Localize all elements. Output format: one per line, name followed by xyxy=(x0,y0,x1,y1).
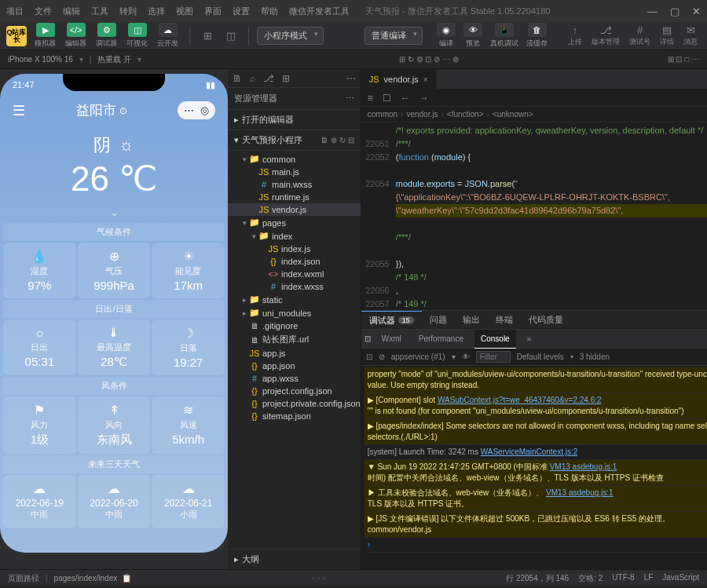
tab-close-icon[interactable]: × xyxy=(423,75,428,84)
file-project.config.json[interactable]: {}project.config.json xyxy=(228,385,361,397)
console-hidden[interactable]: 3 hidden xyxy=(580,352,610,361)
file-index.wxss[interactable]: #index.wxss xyxy=(228,280,361,293)
debug-tab-代码质量[interactable]: 代码质量 xyxy=(521,311,571,330)
device-selector[interactable]: iPhone X 100% 16 xyxy=(8,55,73,64)
minimize-icon[interactable]: — xyxy=(647,5,658,17)
hamburger-icon[interactable]: ☰ xyxy=(13,102,25,119)
console-context[interactable]: appservice (#1) xyxy=(391,352,445,361)
file-pages[interactable]: ▾📁pages xyxy=(228,216,361,229)
nav-fwd-icon[interactable]: → xyxy=(419,93,429,104)
debug-tab-终端[interactable]: 终端 xyxy=(488,311,521,330)
cursor-position[interactable]: 行 22054，列 146 xyxy=(506,573,569,584)
devtools-menu-icon[interactable]: ⊡ xyxy=(364,334,371,343)
menu-项目[interactable]: 项目 xyxy=(6,5,24,17)
breadcrumb-item[interactable]: <unknown> xyxy=(493,110,533,119)
file-main.wxss[interactable]: #main.wxss xyxy=(228,178,361,191)
action-预览[interactable]: 👁预览 xyxy=(460,21,485,50)
debug-tab-问题[interactable]: 问题 xyxy=(422,311,455,330)
console-levels[interactable]: Default levels xyxy=(517,352,564,361)
open-editors-section[interactable]: ▸ 打开的编辑器 xyxy=(228,110,361,130)
action-编译[interactable]: ◉编译 xyxy=(434,21,459,50)
bookmark-icon[interactable]: ☐ xyxy=(383,93,391,104)
file-index.wxml[interactable]: <>index.wxml xyxy=(228,268,361,280)
file-.gitignore[interactable]: 🗎.gitignore xyxy=(228,320,361,332)
explorer-ext-icon[interactable]: ⊞ xyxy=(282,73,290,84)
toolbar-可视化[interactable]: ◫可视化 xyxy=(123,21,151,50)
debug-tab-调试器[interactable]: 调试器15 xyxy=(361,311,422,330)
subtab-performance[interactable]: Performance xyxy=(412,330,470,349)
indent-setting[interactable]: 空格: 2 xyxy=(578,573,603,584)
file-app.wxss[interactable]: #app.wxss xyxy=(228,372,361,385)
console-eye-icon[interactable]: 👁 xyxy=(462,352,470,361)
file-index[interactable]: ▾📁index xyxy=(228,229,361,243)
outline-section[interactable]: ▸ 大纲 xyxy=(228,549,361,569)
right-版本管理[interactable]: ⎇版本管理 xyxy=(588,24,623,47)
toolbar-调试器[interactable]: ⚙调试器 xyxy=(93,21,120,50)
collapse-icon[interactable]: ≡ xyxy=(368,93,373,104)
debug-tab-输出[interactable]: 输出 xyxy=(455,311,488,330)
chevron-down-icon[interactable]: ⌄ xyxy=(0,206,228,218)
location-label[interactable]: 益阳市 ⊙ xyxy=(76,101,127,119)
subtab-console[interactable]: Console xyxy=(474,330,516,349)
explorer-more-icon[interactable]: ⋯ xyxy=(346,73,356,84)
explorer-search-icon[interactable]: ⌕ xyxy=(250,73,255,84)
capsule-target-icon[interactable]: ◎ xyxy=(200,104,209,116)
maximize-icon[interactable]: ▢ xyxy=(670,5,680,17)
right-消息[interactable]: ✉消息 xyxy=(680,24,701,47)
explorer-files-icon[interactable]: 🗎 xyxy=(233,73,242,84)
console-filter-input[interactable] xyxy=(476,351,511,363)
file-vendor.js[interactable]: JSvendor.js xyxy=(228,203,361,216)
file-站长图库.url[interactable]: 🗎站长图库.url xyxy=(228,332,361,347)
file-app.js[interactable]: JSapp.js xyxy=(228,347,361,360)
language-mode[interactable]: JavaScript xyxy=(662,573,699,584)
breadcrumb-item[interactable]: common xyxy=(368,110,397,119)
file-static[interactable]: ▸📁static xyxy=(228,293,361,306)
toolbar-模拟器[interactable]: ▶模拟器 xyxy=(31,21,59,50)
page-path[interactable]: pages/index/index xyxy=(54,574,118,583)
menu-界面[interactable]: 界面 xyxy=(204,5,222,17)
nav-back-icon[interactable]: ← xyxy=(401,93,410,104)
toolbar-云开发[interactable]: ☁云开发 xyxy=(154,21,181,50)
menu-微信开发者工具[interactable]: 微信开发者工具 xyxy=(289,5,350,17)
menu-工具[interactable]: 工具 xyxy=(91,5,108,17)
close-icon[interactable]: ✕ xyxy=(692,5,701,17)
action-真机调试[interactable]: 📱真机调试 xyxy=(487,21,522,50)
breadcrumb-item[interactable]: vendor.js xyxy=(406,110,438,119)
subtab-wxml[interactable]: Wxml xyxy=(375,330,408,349)
file-index.json[interactable]: {}index.json xyxy=(228,255,361,268)
capsule-more-icon[interactable]: ⋯ xyxy=(184,104,194,116)
right-测试号[interactable]: #测试号 xyxy=(626,24,654,47)
compile-dropdown[interactable]: 普通编译 xyxy=(364,27,423,45)
phone-simulator[interactable]: 21:47 ▮▮ ☰ 益阳市 ⊙ ⋯ ◎ 阴 ☼ 26 ℃ ⌄ 气候条件 💧湿度… xyxy=(0,74,228,553)
toolbar-编辑器[interactable]: </>编辑器 xyxy=(62,21,90,50)
explorer-branch-icon[interactable]: ⎇ xyxy=(263,73,274,84)
file-runtime.js[interactable]: JSruntime.js xyxy=(228,191,361,203)
file-app.json[interactable]: {}app.json xyxy=(228,360,361,372)
file-project.private.config.json[interactable]: {}project.private.config.json xyxy=(228,397,361,410)
layout-icon[interactable]: ⊞ xyxy=(198,27,217,45)
encoding[interactable]: UTF-8 xyxy=(612,573,634,584)
split-icon[interactable]: ◫ xyxy=(222,27,240,45)
menu-帮助[interactable]: 帮助 xyxy=(261,5,278,17)
file-common[interactable]: ▾📁common xyxy=(228,152,361,166)
mode-dropdown[interactable]: 小程序模式 xyxy=(257,27,324,45)
breadcrumb-item[interactable]: <function> xyxy=(447,110,484,119)
menu-设置[interactable]: 设置 xyxy=(233,5,250,17)
file-main.js[interactable]: JSmain.js xyxy=(228,166,361,178)
action-清缓存[interactable]: 🗑清缓存 xyxy=(523,21,551,50)
right-详情[interactable]: ▤详情 xyxy=(657,24,677,47)
console-clear-icon[interactable]: ⊘ xyxy=(379,352,385,361)
file-uni_modules[interactable]: ▸📁uni_modules xyxy=(228,306,361,320)
file-index.js[interactable]: JSindex.js xyxy=(228,243,361,255)
menu-转到[interactable]: 转到 xyxy=(119,5,137,17)
console-prompt[interactable]: › xyxy=(364,538,707,553)
menu-视图[interactable]: 视图 xyxy=(176,5,193,17)
menu-选择[interactable]: 选择 xyxy=(148,5,165,17)
explorer-menu-icon[interactable]: ⋯ xyxy=(346,93,354,104)
menu-文件[interactable]: 文件 xyxy=(35,5,52,17)
hotreload-toggle[interactable]: 热重载 开 xyxy=(97,54,131,65)
project-section[interactable]: ▾ 天气预报小程序 🗎 ⊕ ↻ ⊟ xyxy=(228,130,361,151)
menu-编辑[interactable]: 编辑 xyxy=(63,5,80,17)
eol[interactable]: LF xyxy=(644,573,654,584)
file-sitemap.json[interactable]: {}sitemap.json xyxy=(228,410,361,422)
